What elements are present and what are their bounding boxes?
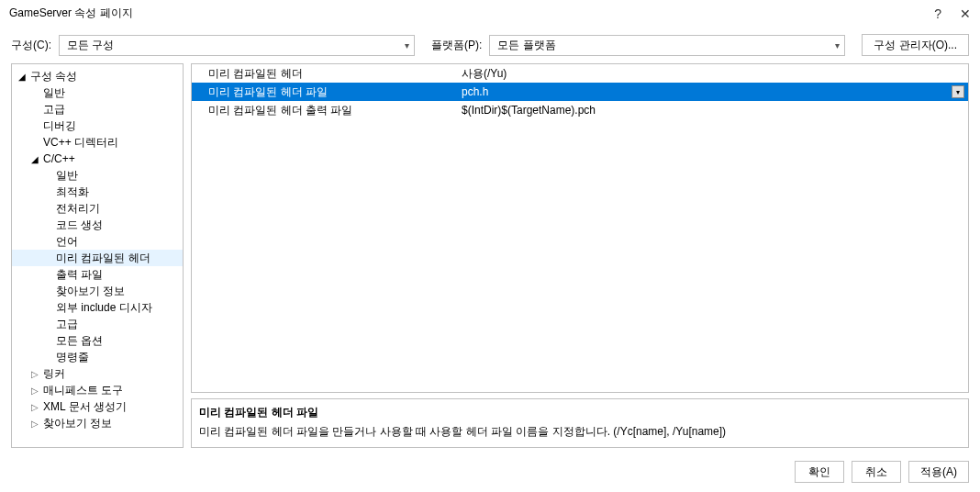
ok-button[interactable]: 확인 <box>795 461 844 483</box>
tree-item-ccpp-output[interactable]: 출력 파일 <box>12 266 183 283</box>
tree-item-ccpp-language[interactable]: 언어 <box>12 233 183 250</box>
tree-item-ccpp-cmdline[interactable]: 명령줄 <box>12 349 183 365</box>
prop-name: 미리 컴파일된 헤더 출력 파일 <box>192 103 458 118</box>
prop-value: $(IntDir)$(TargetName).pch <box>462 104 596 117</box>
tree-item-linker[interactable]: ▷ 링커 <box>12 365 183 382</box>
tree-item-vcdir[interactable]: VC++ 디렉터리 <box>12 134 183 151</box>
grid-row[interactable]: 미리 컴파일된 헤더 사용(/Yu) <box>192 64 968 83</box>
tree-item-ccpp-advanced[interactable]: 고급 <box>12 316 183 332</box>
config-combo[interactable]: 모든 구성 ▾ <box>59 35 415 56</box>
config-value: 모든 구성 <box>67 38 114 53</box>
description-box: 미리 컴파일된 헤더 파일 미리 컴파일된 헤더 파일을 만들거나 사용할 때 … <box>191 398 969 448</box>
tree-item-ccpp-general[interactable]: 일반 <box>12 167 183 184</box>
window-title: GameServer 속성 페이지 <box>9 6 133 21</box>
tree-item-manifest[interactable]: ▷ 매니페스트 도구 <box>12 382 183 398</box>
chevron-down-icon: ▾ <box>835 40 840 50</box>
expand-icon: ▷ <box>28 386 41 396</box>
tree-item-ccpp-preprocessor[interactable]: 전처리기 <box>12 200 183 217</box>
tree-item-ccpp-codegen[interactable]: 코드 생성 <box>12 217 183 233</box>
tree-item-ccpp-browse[interactable]: 찾아보기 정보 <box>12 283 183 299</box>
expand-icon: ◢ <box>16 72 28 82</box>
platform-label: 플랫폼(P): <box>431 38 482 53</box>
apply-button[interactable]: 적용(A) <box>908 461 969 483</box>
chevron-down-icon: ▾ <box>405 40 409 50</box>
description-title: 미리 컴파일된 헤더 파일 <box>199 405 961 420</box>
config-manager-button[interactable]: 구성 관리자(O)... <box>862 34 969 56</box>
expand-icon: ▷ <box>28 402 41 412</box>
expand-icon: ▷ <box>28 369 41 379</box>
tree-item-ccpp[interactable]: ◢ C/C++ <box>12 151 183 167</box>
cancel-button[interactable]: 취소 <box>852 461 901 483</box>
close-icon[interactable]: ✕ <box>960 6 971 21</box>
platform-combo[interactable]: 모든 플랫폼 ▾ <box>489 35 845 56</box>
prop-name: 미리 컴파일된 헤더 파일 <box>192 84 458 100</box>
config-label: 구성(C): <box>11 38 51 53</box>
tree-item-xml[interactable]: ▷ XML 문서 생성기 <box>12 398 183 415</box>
description-body: 미리 컴파일된 헤더 파일을 만들거나 사용할 때 사용할 헤더 파일 이름을 … <box>199 424 961 440</box>
property-grid[interactable]: 미리 컴파일된 헤더 사용(/Yu) 미리 컴파일된 헤더 파일 pch.h ▾… <box>191 63 969 393</box>
tree-item-browse-info[interactable]: ▷ 찾아보기 정보 <box>12 415 183 431</box>
grid-row[interactable]: 미리 컴파일된 헤더 출력 파일 $(IntDir)$(TargetName).… <box>192 101 968 119</box>
prop-value: pch.h <box>462 85 488 98</box>
dropdown-icon[interactable]: ▾ <box>952 85 964 98</box>
expand-icon: ▷ <box>28 419 41 429</box>
tree-item-general[interactable]: 일반 <box>12 84 183 101</box>
tree-item-ccpp-all-options[interactable]: 모든 옵션 <box>12 332 183 349</box>
tree-item-ccpp-optimization[interactable]: 최적화 <box>12 184 183 200</box>
help-icon[interactable]: ? <box>934 6 941 21</box>
expand-icon: ◢ <box>28 154 41 164</box>
prop-name: 미리 컴파일된 헤더 <box>192 66 458 82</box>
tree-item-ccpp-precompiled[interactable]: 미리 컴파일된 헤더 <box>12 250 183 266</box>
prop-value: 사용(/Yu) <box>462 66 507 82</box>
config-tree[interactable]: ◢ 구성 속성 일반 고급 디버깅 VC++ 디렉터리 ◢ C/C++ <box>11 63 184 448</box>
tree-root[interactable]: ◢ 구성 속성 <box>12 68 183 84</box>
tree-item-debugging[interactable]: 디버깅 <box>12 117 183 134</box>
tree-item-advanced[interactable]: 고급 <box>12 101 183 117</box>
tree-item-ccpp-external-include[interactable]: 외부 include 디시자 <box>12 299 183 316</box>
grid-row-selected[interactable]: 미리 컴파일된 헤더 파일 pch.h ▾ <box>192 83 968 101</box>
platform-value: 모든 플랫폼 <box>497 38 555 53</box>
